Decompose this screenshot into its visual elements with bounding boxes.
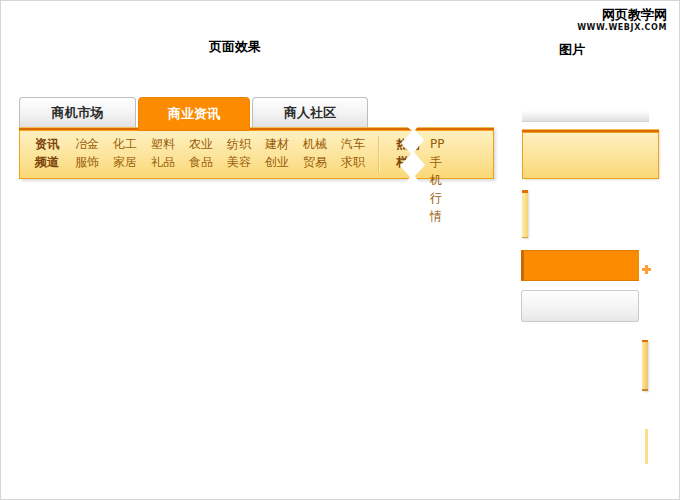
nav-link[interactable]: 汽车 bbox=[341, 135, 365, 153]
nav-link[interactable]: 农业 bbox=[189, 135, 213, 153]
nav-tail-links: PP 手机行情 bbox=[430, 135, 444, 225]
nav-link[interactable]: 家居 bbox=[113, 153, 137, 171]
nav-link[interactable]: 礼品 bbox=[151, 153, 175, 171]
nav-link-col: 汽车 求职 bbox=[334, 135, 372, 171]
nav-link-col: 化工 家居 bbox=[106, 135, 144, 171]
nav-link[interactable]: 冶金 bbox=[75, 135, 99, 153]
image-slice-nav-top-border bbox=[522, 129, 659, 133]
nav-channel-line1: 资讯 bbox=[35, 135, 59, 153]
nav-link[interactable]: 求职 bbox=[341, 153, 365, 171]
tab-business-market[interactable]: 商机市场 bbox=[19, 97, 136, 127]
nav-link[interactable]: 美容 bbox=[227, 153, 251, 171]
nav-link[interactable]: 手机行情 bbox=[430, 153, 444, 225]
site-logo-name: 网页教学网 bbox=[577, 8, 667, 23]
tab-bar: 商机市场 商业资讯 商人社区 bbox=[19, 97, 370, 127]
nav-link[interactable]: 塑料 bbox=[151, 135, 175, 153]
nav-link[interactable]: PP bbox=[430, 135, 444, 153]
tab-merchant-community[interactable]: 商人社区 bbox=[252, 97, 368, 127]
image-slice-nav-right-cap bbox=[642, 340, 648, 391]
nav-links-row: 资讯 频道 冶金 服饰 化工 家居 塑料 礼品 农业 食品 纺织 美容 bbox=[26, 135, 428, 172]
nav-link[interactable]: 机械 bbox=[303, 135, 327, 153]
nav-link-col: 纺织 美容 bbox=[220, 135, 258, 171]
nav-link[interactable]: 化工 bbox=[113, 135, 137, 153]
nav-link-col: 农业 食品 bbox=[182, 135, 220, 171]
image-slice-nav-left-cap bbox=[522, 190, 528, 238]
nav-link[interactable]: 食品 bbox=[189, 153, 213, 171]
image-slice-nav-bar-background bbox=[522, 129, 659, 179]
plus-marker-icon bbox=[642, 265, 651, 274]
page-effect-heading: 页面效果 bbox=[209, 38, 261, 56]
nav-channel-line2: 频道 bbox=[35, 153, 59, 171]
image-slice-thin-yellow-strip bbox=[645, 429, 648, 464]
tutorial-page: 网页教学网 www.webjx.com 页面效果 图片 商机市场 商业资讯 商人… bbox=[0, 0, 680, 500]
nav-link[interactable]: 贸易 bbox=[303, 153, 327, 171]
images-heading: 图片 bbox=[559, 41, 585, 59]
nav-link[interactable]: 纺织 bbox=[227, 135, 251, 153]
nav-channel-label: 资讯 频道 bbox=[26, 135, 68, 171]
torn-edge-decoration bbox=[395, 119, 429, 187]
site-logo-url: www.webjx.com bbox=[577, 23, 667, 32]
nav-link-col: 机械 贸易 bbox=[296, 135, 334, 171]
image-slice-tab-strip-background bbox=[522, 111, 649, 122]
site-logo: 网页教学网 www.webjx.com bbox=[577, 8, 667, 32]
image-slice-inactive-tab-background bbox=[521, 290, 639, 322]
tab-business-info-active[interactable]: 商业资讯 bbox=[138, 97, 250, 131]
nav-divider bbox=[378, 136, 380, 172]
nav-link-col: 冶金 服饰 bbox=[68, 135, 106, 171]
image-slice-active-tab-background bbox=[521, 250, 639, 281]
nav-link[interactable]: 服饰 bbox=[75, 153, 99, 171]
nav-link-col: 塑料 礼品 bbox=[144, 135, 182, 171]
nav-link[interactable]: 创业 bbox=[265, 153, 289, 171]
nav-link-col: 建材 创业 bbox=[258, 135, 296, 171]
nav-link[interactable]: 建材 bbox=[265, 135, 289, 153]
nav-bar: 资讯 频道 冶金 服饰 化工 家居 塑料 礼品 农业 食品 纺织 美容 bbox=[19, 127, 494, 179]
